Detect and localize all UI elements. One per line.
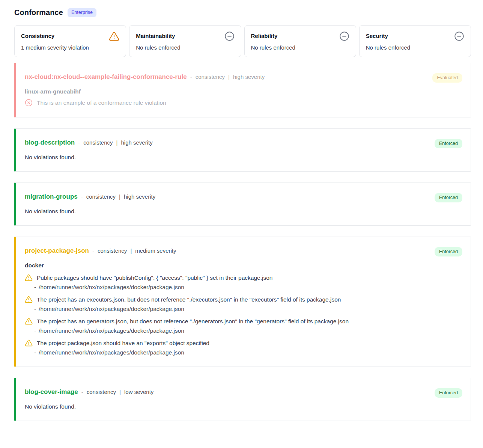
path-dash: -	[34, 306, 36, 312]
page-title: Conformance	[14, 8, 63, 17]
rule-severity: high severity	[233, 74, 265, 80]
rule-card-migration-groups: migration-groups - consistency | high se…	[14, 183, 471, 226]
rule-category: consistency	[98, 247, 127, 254]
rule-meta: consistency | medium severity	[98, 247, 176, 254]
violation-path: - /home/runner/work/nx/nx/packages/docke…	[25, 284, 462, 291]
rule-severity: high severity	[121, 139, 152, 146]
page-header: Conformance Enterprise	[14, 8, 471, 17]
rule-dash: -	[92, 247, 94, 254]
rule-pipe: |	[119, 193, 120, 200]
rule-severity: high severity	[124, 193, 155, 200]
path-text: /home/runner/work/nx/nx/packages/docker/…	[39, 327, 184, 334]
violation-group: Public packages should have "publishConf…	[25, 274, 462, 291]
rule-card-blog-description: blog-description - consistency | high se…	[14, 128, 471, 172]
violation-path: - /home/runner/work/nx/nx/packages/docke…	[25, 306, 462, 312]
rule-dash: -	[190, 74, 192, 80]
summary-card-status: 1 medium severity violation	[21, 44, 119, 51]
summary-card-header: Reliability	[251, 31, 349, 41]
rule-dash: -	[78, 139, 80, 146]
circle-x-icon	[25, 99, 33, 107]
summary-card-title: Maintainability	[136, 31, 175, 39]
rule-status-badge: Enforced	[435, 388, 462, 398]
violation-line: Public packages should have "publishConf…	[25, 274, 462, 282]
summary-card-security: Security No rules enforced	[359, 25, 471, 57]
rule-name-link[interactable]: project-package-json	[25, 247, 89, 255]
path-text: /home/runner/work/nx/nx/packages/docker/…	[39, 349, 184, 356]
circle-minus-icon	[339, 31, 349, 41]
summary-card-status: No rules enforced	[136, 44, 234, 51]
rule-pipe: |	[228, 74, 230, 80]
rule-meta: consistency | high severity	[83, 139, 153, 146]
violation-message: The project has an generators.json, but …	[37, 318, 349, 325]
summary-card-title: Consistency	[21, 31, 54, 39]
rule-severity: low severity	[124, 389, 153, 395]
rule-card-project-package-json: project-package-json - consistency | med…	[14, 237, 471, 367]
rule-name-link[interactable]: blog-description	[25, 139, 75, 146]
violation-line: The project has an executors.json, but d…	[25, 296, 462, 303]
summary-card-header: Maintainability	[136, 31, 234, 41]
warning-triangle-icon	[25, 274, 33, 282]
path-text: /home/runner/work/nx/nx/packages/docker/…	[39, 306, 184, 312]
path-text: /home/runner/work/nx/nx/packages/docker/…	[39, 284, 184, 291]
enterprise-plan-badge: Enterprise	[68, 8, 96, 17]
rule-title-row: project-package-json - consistency | med…	[25, 247, 462, 255]
warning-triangle-icon	[25, 296, 33, 303]
rule-dash: -	[81, 389, 83, 395]
rule-pipe: |	[130, 247, 132, 254]
summary-card-status: No rules enforced	[366, 44, 464, 51]
summary-card-header: Consistency	[21, 31, 119, 42]
violation-line: The project package.json should have an …	[25, 339, 462, 347]
violation-message: Public packages should have "publishConf…	[37, 275, 272, 281]
rule-meta: consistency | high severity	[86, 193, 156, 200]
path-dash: -	[34, 327, 36, 334]
summary-card-consistency: Consistency 1 medium severity violation	[14, 25, 126, 57]
rule-name-link[interactable]: nx-cloud:nx-cloud--example-failing-confo…	[25, 73, 187, 81]
no-violations-text: No violations found.	[25, 208, 462, 215]
rule-card-example-failing-conformance-rule: nx-cloud:nx-cloud--example-failing-confo…	[14, 63, 471, 118]
rule-status-badge: Enforced	[435, 139, 462, 148]
violation-group: The project has an generators.json, but …	[25, 317, 462, 334]
project-name: linux-arm-gnueabihf	[25, 88, 462, 95]
rule-category: consistency	[87, 389, 116, 395]
rule-title-row: blog-cover-image - consistency | low sev…	[25, 388, 462, 396]
warning-triangle-icon	[109, 31, 119, 42]
rule-category: consistency	[83, 139, 113, 146]
summary-card-reliability: Reliability No rules enforced	[244, 25, 356, 57]
summary-card-title: Security	[366, 31, 388, 39]
conformance-page: Conformance Enterprise Consistency 1 med…	[0, 0, 483, 447]
rule-name-link[interactable]: blog-cover-image	[25, 388, 78, 396]
rule-title-row: blog-description - consistency | high se…	[25, 139, 462, 146]
rule-meta: consistency | low severity	[87, 389, 154, 395]
rule-category: consistency	[86, 193, 116, 200]
violation-path: - /home/runner/work/nx/nx/packages/docke…	[25, 327, 462, 334]
path-dash: -	[34, 349, 36, 356]
rule-pipe: |	[116, 139, 118, 146]
rule-name-link[interactable]: migration-groups	[25, 193, 78, 201]
no-violations-text: No violations found.	[25, 154, 462, 161]
category-summary-row: Consistency 1 medium severity violation …	[14, 25, 471, 57]
rule-card-blog-cover-image: blog-cover-image - consistency | low sev…	[14, 378, 471, 421]
violation-path: - /home/runner/work/nx/nx/packages/docke…	[25, 349, 462, 356]
rule-category: consistency	[196, 74, 225, 80]
rule-status-badge: Enforced	[435, 193, 462, 202]
circle-minus-icon	[224, 31, 235, 41]
violation-line: The project has an generators.json, but …	[25, 317, 462, 325]
rule-dash: -	[81, 193, 83, 200]
summary-card-header: Security	[366, 31, 464, 41]
summary-card-maintainability: Maintainability No rules enforced	[129, 25, 241, 57]
violation-message: The project package.json should have an …	[37, 340, 209, 347]
no-violations-text: No violations found.	[25, 403, 462, 410]
rule-status-badge: Enforced	[435, 247, 462, 256]
violation-message: This is an example of a conformance rule…	[37, 100, 166, 106]
summary-card-title: Reliability	[251, 31, 278, 39]
warning-triangle-icon	[25, 339, 33, 347]
rule-meta: consistency | high severity	[196, 74, 265, 80]
circle-minus-icon	[454, 31, 464, 41]
violation-message: The project has an executors.json, but d…	[37, 296, 341, 303]
warning-triangle-icon	[25, 317, 33, 325]
summary-card-status: No rules enforced	[251, 44, 349, 51]
project-name: docker	[25, 262, 462, 269]
path-dash: -	[34, 284, 36, 291]
violation-group: The project package.json should have an …	[25, 339, 462, 356]
rule-title-row: nx-cloud:nx-cloud--example-failing-confo…	[25, 73, 462, 81]
